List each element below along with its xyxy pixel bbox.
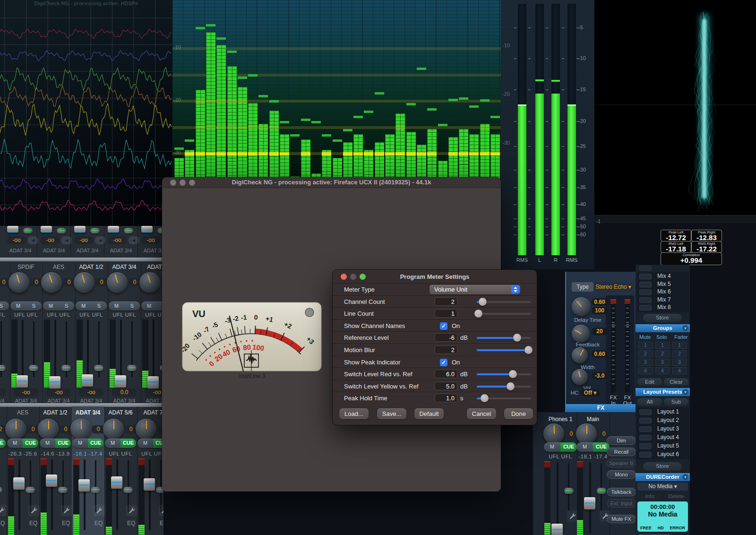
fader-handle[interactable] bbox=[13, 477, 25, 490]
mute-solo-buttons[interactable]: MS bbox=[10, 302, 42, 311]
mute-solo-buttons[interactable]: MS bbox=[109, 302, 140, 311]
channel-settings-button[interactable] bbox=[61, 505, 72, 516]
mute-button[interactable]: M bbox=[576, 442, 593, 452]
output-gain-knob[interactable] bbox=[38, 419, 59, 440]
pan-track[interactable] bbox=[601, 463, 602, 510]
mute-button[interactable]: M bbox=[141, 302, 157, 311]
pan-handle[interactable] bbox=[0, 365, 6, 371]
group-cell-mute[interactable]: 4 bbox=[638, 367, 653, 374]
recall-button[interactable]: Recall bbox=[607, 448, 636, 456]
mute-button[interactable]: M bbox=[105, 439, 120, 448]
pan-handle[interactable] bbox=[94, 365, 103, 371]
layout-list-item[interactable]: Layout 1 bbox=[657, 408, 679, 415]
fader-handle[interactable] bbox=[551, 524, 563, 535]
slider-track[interactable] bbox=[477, 301, 531, 303]
cue-button[interactable]: CUE bbox=[120, 439, 136, 448]
fader-handle[interactable] bbox=[78, 479, 90, 492]
solo-button[interactable]: S bbox=[0, 302, 9, 311]
info-button[interactable]: Info bbox=[637, 492, 662, 500]
mute-solo-buttons[interactable]: MS bbox=[141, 302, 163, 311]
store-button[interactable]: Store bbox=[643, 462, 682, 471]
checkbox-checked[interactable]: ✓ bbox=[440, 359, 447, 366]
fader-handle[interactable] bbox=[49, 376, 60, 388]
mute-cue-buttons[interactable]: MCUE bbox=[72, 439, 103, 448]
ext-input-button[interactable]: Ext. Input bbox=[607, 499, 636, 508]
mix-list-item[interactable]: Mix 4 bbox=[657, 273, 671, 279]
fader-handle[interactable] bbox=[584, 497, 595, 509]
mix-select-button[interactable] bbox=[639, 289, 652, 295]
mix-list-item[interactable]: Mix 7 bbox=[657, 296, 671, 303]
mix-select-button[interactable] bbox=[639, 282, 652, 287]
slider-track[interactable] bbox=[477, 313, 531, 315]
group-cell-mute[interactable]: 2 bbox=[638, 350, 653, 357]
output-gain-knob[interactable] bbox=[136, 419, 156, 440]
pan-handle[interactable] bbox=[58, 487, 68, 493]
group-cell-solo[interactable]: 4 bbox=[655, 367, 670, 374]
layout-list-item[interactable]: Layout 4 bbox=[657, 434, 679, 440]
mute-button[interactable]: M bbox=[137, 439, 153, 448]
cue-button[interactable]: CUE bbox=[23, 439, 38, 448]
mute-button[interactable]: M bbox=[109, 302, 124, 311]
value-input[interactable]: 2 bbox=[435, 297, 457, 306]
monitor-knob[interactable] bbox=[576, 423, 597, 444]
clear-button[interactable]: Clear bbox=[664, 378, 688, 386]
channel-settings-button[interactable] bbox=[126, 505, 137, 516]
monitor-knob[interactable] bbox=[543, 423, 564, 444]
mute-button[interactable]: M bbox=[7, 439, 23, 448]
value-input[interactable]: 6.0 bbox=[435, 370, 457, 378]
slider-thumb[interactable] bbox=[474, 310, 482, 318]
fader-track[interactable] bbox=[51, 459, 53, 530]
fader-track[interactable] bbox=[84, 459, 86, 530]
cue-button[interactable]: CUE bbox=[55, 439, 71, 448]
default-button[interactable]: Default bbox=[414, 408, 444, 419]
fader-track[interactable] bbox=[116, 459, 118, 530]
mute-cue-buttons[interactable]: MCUE bbox=[40, 439, 71, 448]
gain-knob[interactable] bbox=[74, 272, 94, 293]
store-button[interactable]: Store bbox=[643, 314, 682, 322]
mute-fx-button[interactable]: Mute FX bbox=[607, 515, 636, 523]
layout-select-button[interactable] bbox=[639, 426, 652, 432]
group-cell-solo[interactable]: 2 bbox=[655, 350, 670, 357]
slider-thumb[interactable] bbox=[507, 382, 515, 390]
delete-button[interactable]: Delete bbox=[664, 492, 688, 500]
slider-track[interactable] bbox=[477, 373, 531, 375]
mute-button[interactable]: M bbox=[544, 442, 560, 452]
fx-knob-vol-[interactable] bbox=[572, 369, 588, 385]
pan-handle[interactable] bbox=[90, 228, 100, 233]
mix-select-button[interactable] bbox=[639, 274, 652, 279]
solo-button[interactable]: S bbox=[124, 302, 140, 311]
group-cell-mute[interactable]: 3 bbox=[638, 359, 653, 366]
cue-button[interactable]: CUE bbox=[560, 442, 577, 452]
dropdown-icon[interactable]: ▼ bbox=[682, 325, 688, 331]
fx-knob-feedback[interactable] bbox=[572, 325, 590, 343]
layout-list-item[interactable]: Layout 5 bbox=[657, 442, 679, 449]
gain-knob[interactable] bbox=[139, 272, 160, 293]
value-input[interactable]: 5.0 bbox=[435, 382, 457, 390]
slider-track[interactable] bbox=[477, 386, 531, 388]
layout-select-button[interactable] bbox=[639, 409, 652, 415]
all-button[interactable]: All bbox=[637, 398, 662, 406]
mix-list-item[interactable]: Mix 6 bbox=[657, 288, 671, 295]
fader-handle[interactable] bbox=[82, 374, 93, 387]
edit-button[interactable]: Edit bbox=[637, 378, 662, 386]
output-gain-knob[interactable] bbox=[5, 419, 26, 440]
mute-button[interactable]: M bbox=[10, 302, 26, 311]
window-titlebar[interactable]: DigiCheck NG - processing active: Firefa… bbox=[162, 177, 501, 188]
fader-handle[interactable] bbox=[46, 475, 57, 487]
slider-thumb[interactable] bbox=[481, 394, 489, 402]
slider-thumb[interactable] bbox=[524, 346, 533, 354]
dim-button[interactable]: Dim bbox=[607, 436, 636, 445]
group-cell-fader[interactable]: 4 bbox=[672, 367, 687, 374]
stepper-icon[interactable] bbox=[511, 285, 519, 293]
group-cell-solo[interactable]: 1 bbox=[655, 342, 670, 349]
pan-handle[interactable] bbox=[564, 488, 574, 494]
mute-cue-buttons[interactable]: MCUE bbox=[0, 439, 6, 448]
slider-thumb[interactable] bbox=[479, 298, 487, 306]
cue-button[interactable]: CUE bbox=[88, 439, 103, 448]
cancel-button[interactable]: Cancel bbox=[467, 408, 496, 419]
slider-thumb[interactable] bbox=[513, 334, 521, 342]
layout-presets-header[interactable]: Layout Presets▼ bbox=[636, 388, 690, 396]
solo-button[interactable]: S bbox=[59, 302, 74, 311]
value-input[interactable]: 1 bbox=[435, 309, 457, 318]
done-button[interactable]: Done bbox=[504, 408, 533, 419]
